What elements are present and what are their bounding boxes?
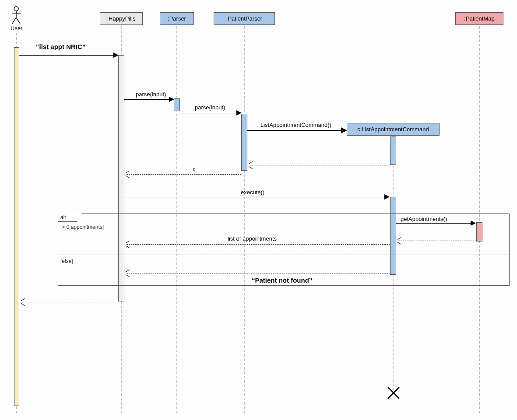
guard-1: [> 0 appointments] <box>60 224 104 230</box>
arrowhead-listcmd-ctor <box>341 127 347 133</box>
msg-return-c: c <box>193 166 196 172</box>
return-notfound <box>127 273 390 273</box>
lifeline-patientparser: :PatientParser <box>214 12 275 25</box>
activation-patientparser <box>241 114 247 171</box>
msg-execute: execute() <box>241 189 264 196</box>
arrowhead-execute <box>384 194 390 200</box>
arrow-parse2 <box>180 113 237 113</box>
msg-list-appt: “list appt NRIC” <box>36 43 85 50</box>
arrow-listcmd-ctor <box>247 130 342 131</box>
actor-label: User <box>11 25 22 32</box>
svg-line-3 <box>12 18 16 24</box>
arrowhead-get-appts <box>471 220 476 226</box>
msg-parse2: parse(input) <box>195 104 225 111</box>
actor-icon <box>11 6 22 26</box>
alt-divider <box>58 255 510 255</box>
lifeline-parser: :Parser <box>160 12 194 25</box>
return-list-appts <box>127 244 390 245</box>
msg-parse1: parse(input) <box>136 91 166 98</box>
destroy-icon <box>387 386 400 402</box>
msg-list-of-appts: list of appointments <box>228 235 277 242</box>
msg-listcmd-ctor: ListAppointmentCommand() <box>260 122 331 128</box>
arrowhead-list-appt <box>113 52 119 58</box>
activation-parser <box>174 98 180 111</box>
arrow-list-appt <box>19 55 113 56</box>
arrow-parse1 <box>124 99 170 100</box>
lifeline-listcmd: c:ListAppointmentCommand <box>347 123 440 136</box>
lifeline-happypills: :HappyPills <box>100 12 143 25</box>
return-ctor <box>250 165 390 165</box>
guard-2: [else] <box>60 258 73 264</box>
sequence-diagram: User :HappyPills :Parser :PatientParser … <box>4 4 513 416</box>
arrowhead-parse2 <box>236 110 242 116</box>
return-appts-inner <box>398 241 476 241</box>
arrow-execute <box>124 197 385 197</box>
return-to-user <box>22 302 118 302</box>
svg-point-0 <box>14 7 18 11</box>
return-c-line <box>127 174 241 175</box>
svg-line-4 <box>16 18 20 24</box>
lifeline-patientmap: :PatientMap <box>455 12 503 25</box>
activation-user <box>14 47 19 406</box>
arrow-get-appts <box>396 223 471 224</box>
activation-listcmd-1 <box>390 136 396 165</box>
msg-get-appts: getAppointments() <box>401 216 447 222</box>
arrowhead-parse1 <box>169 97 174 102</box>
msg-not-found: “Patient not found” <box>252 276 312 284</box>
